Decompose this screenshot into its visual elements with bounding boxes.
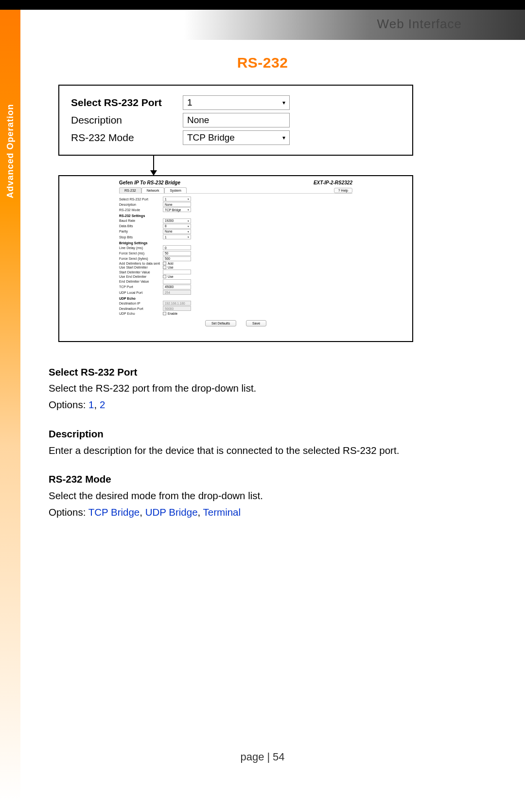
mini-select[interactable]: TCP Bridge▾ <box>163 207 191 212</box>
save-button[interactable]: Save <box>246 320 266 326</box>
mini-label: UDP Local Port <box>119 291 163 294</box>
mini-label: Select RS-232 Port <box>119 198 163 201</box>
header-gradient: Web Interface <box>0 10 525 40</box>
full-panel-box: Gefen IP To RS-232 Bridge EXT-IP-2-RS232… <box>58 175 413 342</box>
mini-label: Force Send (bytes) <box>119 257 163 260</box>
mini-label: UDP Echo <box>119 312 163 315</box>
mode-dropdown[interactable]: TCP Bridge ▾ <box>183 130 290 145</box>
description-label: Description <box>71 114 183 126</box>
mini-select[interactable]: 1▾ <box>163 235 191 239</box>
help-button[interactable]: ? Help <box>334 188 352 193</box>
panel-title: Gefen IP To RS-232 Bridge <box>119 180 180 185</box>
mini-checkbox[interactable]: Use <box>163 266 174 269</box>
select-port-value: 1 <box>187 97 192 108</box>
mini-checkbox[interactable]: Enable <box>163 312 177 315</box>
chevron-down-icon: ▾ <box>282 134 285 141</box>
desc2-heading: Description <box>49 426 476 442</box>
mini-label: Destination Port <box>119 307 163 310</box>
desc1-heading: Select RS-232 Port <box>49 364 476 380</box>
mini-select[interactable]: 8▾ <box>163 224 191 229</box>
chevron-down-icon: ▾ <box>282 99 285 106</box>
mini-input-disabled: 50000 <box>163 306 191 311</box>
arrow-down-icon <box>150 170 157 176</box>
mini-input-disabled: 192.168.1.180 <box>163 301 191 306</box>
desc3-text: Select the desired mode from the drop-do… <box>49 488 476 504</box>
select-port-label: Select RS-232 Port <box>71 97 183 108</box>
mini-input[interactable]: 0 <box>163 245 191 250</box>
mini-input[interactable] <box>163 279 191 284</box>
connector-line <box>153 156 154 175</box>
mini-select[interactable]: 1▾ <box>163 197 191 201</box>
mini-section-rs232-settings: RS-232 Settings <box>119 214 352 217</box>
mini-label: RS-232 Mode <box>119 208 163 212</box>
tab-network[interactable]: Network <box>141 187 165 193</box>
mini-label: Force Send (ms) <box>119 252 163 255</box>
mini-label: Use End Delimiter <box>119 275 163 278</box>
mini-label: TCP Port <box>119 285 163 289</box>
mini-label: Data Bits <box>119 224 163 228</box>
page-footer: page|54 <box>0 751 525 763</box>
mode-label: RS-232 Mode <box>71 132 183 144</box>
mini-input[interactable]: None <box>163 202 191 207</box>
mini-label: Baud Rate <box>119 219 163 222</box>
mini-checkbox[interactable]: Use <box>163 275 174 278</box>
mini-label: Line Delay (ms) <box>119 246 163 250</box>
header-section-title: Web Interface <box>377 17 462 32</box>
mini-input[interactable]: 500 <box>163 256 191 261</box>
set-defaults-button[interactable]: Set Defaults <box>205 320 236 326</box>
panel-model: EXT-IP-2-RS2322 <box>314 180 352 185</box>
mini-input[interactable] <box>163 270 191 274</box>
mini-label: Stop Bits <box>119 235 163 239</box>
main-settings-box: Select RS-232 Port 1 ▾ Description None … <box>58 85 413 156</box>
side-tab-label: Advanced Operation <box>5 104 16 198</box>
mini-checkbox[interactable]: Add <box>163 262 174 265</box>
mini-select[interactable]: 19200▾ <box>163 218 191 223</box>
mini-section-bridging: Bridging Settings <box>119 241 352 245</box>
mini-label: Parity <box>119 230 163 233</box>
mini-label: End Delimiter Value <box>119 280 163 283</box>
desc3-options: Options: TCP Bridge, UDP Bridge, Termina… <box>49 505 476 520</box>
top-black-bar <box>0 0 525 10</box>
mini-input[interactable]: 45000 <box>163 285 191 289</box>
mini-label: Start Delimiter Value <box>119 271 163 274</box>
mini-label: Description <box>119 203 163 206</box>
mini-label: Use Start Delimiter <box>119 266 163 269</box>
mode-value: TCP Bridge <box>187 132 235 143</box>
description-input[interactable]: None <box>183 113 290 127</box>
page-title: RS-232 <box>49 54 476 71</box>
mini-label: Add Delimiters to data sent <box>119 262 163 265</box>
side-tab: Advanced Operation <box>0 10 20 803</box>
mini-select[interactable]: None▾ <box>163 229 191 234</box>
desc1-options: Options: 1, 2 <box>49 397 476 413</box>
select-port-dropdown[interactable]: 1 ▾ <box>183 95 290 110</box>
mini-section-udp-echo: UDP Echo <box>119 297 352 300</box>
desc2-text: Enter a description for the device that … <box>49 443 476 458</box>
desc3-heading: RS-232 Mode <box>49 471 476 487</box>
mini-label: Destination IP <box>119 302 163 305</box>
mini-input[interactable]: 50 <box>163 251 191 256</box>
tab-rs232[interactable]: RS-232 <box>119 187 141 193</box>
description-value: None <box>187 115 209 126</box>
tab-system[interactable]: System <box>164 187 186 193</box>
desc1-text: Select the RS-232 port from the drop-dow… <box>49 380 476 396</box>
mini-input-disabled: 254 <box>163 290 191 295</box>
